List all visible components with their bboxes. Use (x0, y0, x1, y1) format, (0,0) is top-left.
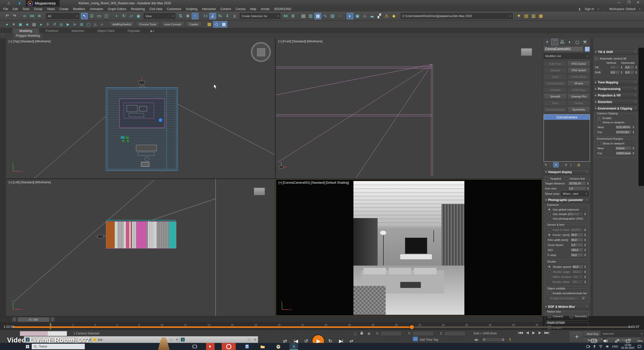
next-frame-button[interactable]: › (50, 317, 55, 322)
menu-item[interactable]: Edit (10, 7, 20, 11)
shutter-angle-radio[interactable] (548, 270, 551, 273)
env-near-field[interactable]: 0,0mm (615, 146, 632, 150)
viewport-front-label[interactable]: [+] [Front] [Standard] [Wireframe] (278, 40, 323, 43)
layer-manager-icon[interactable]: ▤ (300, 13, 307, 19)
shift-horizontal-field[interactable]: 0,0 (624, 70, 634, 74)
modifier-button[interactable]: XForm (568, 80, 590, 86)
start-button[interactable] (23, 343, 32, 350)
menu-item[interactable]: File (1, 7, 10, 11)
modifier-stack[interactable]: CoronaCamera (544, 114, 590, 162)
mb-geometry-checkbox[interactable] (570, 315, 573, 318)
key-selection-dropdown[interactable]: Selected▾ (601, 331, 644, 336)
menu-item[interactable]: 3DGROUND (272, 7, 294, 11)
enable-include-exclude-checkbox[interactable] (548, 291, 551, 295)
placement-icon[interactable]: ◉ (135, 13, 142, 19)
modifier-list-dropdown[interactable]: Modifier List▾ (544, 53, 590, 59)
bulb-outline-icon[interactable]: ○ (99, 21, 105, 27)
object-name-field[interactable]: CoronaCamera001 (544, 46, 583, 52)
objects-excluded-button[interactable]: 0 objects excluded... (548, 296, 580, 301)
previous-frame-button[interactable]: ‹ (12, 317, 17, 322)
time-slider-handle[interactable]: 0 / 100 (17, 317, 50, 322)
manage-links-icon[interactable]: ▥ (530, 13, 537, 19)
play-animation-icon[interactable]: ▶ (531, 331, 537, 335)
menu-item[interactable]: Corona (233, 7, 248, 11)
home-icon[interactable]: ⌂ (8, 1, 10, 5)
hierarchy-tab-icon[interactable]: 品 (559, 39, 566, 45)
previous-key-icon[interactable]: ◀| (525, 331, 531, 334)
collapsed-rollout[interactable]: ▸Distortion⠿ (593, 99, 638, 105)
select-link-icon[interactable]: ∞ (21, 13, 28, 19)
taskbar-clock[interactable]: 14:5002.06.2024 (621, 344, 634, 349)
popout-icon[interactable] (626, 339, 631, 343)
minimize-icon[interactable]: □ (248, 338, 250, 341)
modifier-button[interactable]: Slice (544, 100, 567, 106)
go-to-end-icon[interactable]: ▶▶| (543, 331, 551, 334)
wifi-icon[interactable] (599, 345, 603, 348)
viewport-camera-label[interactable]: [+] [CoronaCamera001] [Standard] [Defaul… (278, 181, 349, 184)
task-view-button[interactable] (190, 343, 199, 350)
spinner-snap-icon[interactable]: ⇕ (224, 13, 231, 19)
menu-item[interactable]: Animation (88, 7, 105, 11)
collapsed-rollout[interactable]: ▸Tone Mapping⠿ (593, 80, 638, 85)
display-tab-icon[interactable]: ▢ (574, 39, 581, 45)
render-setup-icon[interactable]: ▣ (354, 13, 361, 19)
rollout-environment-clipping[interactable]: ▾Environment & Clipping⠿ (593, 106, 638, 111)
viewcube[interactable] (521, 48, 532, 56)
panel-scrollbar[interactable] (591, 38, 593, 316)
named-selection-set-dropdown[interactable]: Create Selection Se▾ (240, 13, 280, 19)
screen-recorder-icon[interactable] (206, 343, 215, 350)
grid-tool-icon[interactable]: ▦ (220, 21, 227, 28)
data-exchange-icon[interactable]: ▦ (537, 13, 544, 19)
zoom-factor-field[interactable]: 1,0 (570, 243, 583, 247)
ribbon-grip[interactable]: ⠿⠿ (1, 33, 5, 36)
calculator-icon[interactable] (243, 343, 251, 350)
3dsmax-taskbar-icon[interactable]: 3 (290, 343, 298, 350)
menu-item[interactable]: Customize (165, 7, 184, 11)
toolbar-text-button[interactable]: rona Convert (161, 21, 184, 27)
menu-item[interactable]: Content (218, 7, 233, 11)
shutter-speed-field[interactable]: 50,0 (572, 265, 583, 269)
auto-vertical-tilt-checkbox[interactable]: ✓ (595, 57, 598, 60)
sign-in-button[interactable]: Sign In (585, 7, 594, 11)
corona-camera-icon[interactable]: ▣ (17, 21, 24, 27)
close-button[interactable]: ✕ (637, 1, 639, 4)
go-to-start-icon[interactable]: |◀◀ (516, 331, 525, 334)
menu-item[interactable]: Create (57, 7, 71, 11)
icon-size-field[interactable]: 1,0 (568, 186, 586, 190)
angle-snap-icon[interactable]: ∠ (209, 13, 216, 19)
select-manipulate-icon[interactable]: ⊕ (184, 13, 191, 19)
current-frame-field[interactable]: 0 (482, 337, 505, 342)
shift-vertical-field[interactable]: 0,0 (610, 70, 620, 74)
menu-item[interactable]: Tools (20, 7, 32, 11)
file-explorer-icon[interactable] (258, 343, 267, 350)
modifier-button[interactable]: Sweep (568, 100, 590, 106)
use-photographic-iso-radio[interactable] (548, 217, 551, 220)
clip-far-field[interactable]: 13720,001 (615, 130, 632, 134)
select-by-name-icon[interactable]: ☰ (88, 13, 95, 19)
chrome-icon[interactable] (274, 343, 283, 350)
modifier-button[interactable]: FFD 2x2x2 (568, 61, 590, 67)
fov-radio[interactable] (548, 228, 551, 231)
target-distance-field[interactable]: 15739,14 (568, 181, 586, 185)
use-global-exposure-radio[interactable] (548, 208, 551, 211)
shutter-speed-radio[interactable] (548, 265, 551, 268)
asset-tracking-icon[interactable]: ▼ (515, 13, 522, 19)
language-indicator[interactable]: ENG (612, 345, 618, 348)
converter-icon[interactable]: ↺ (51, 21, 58, 27)
frame-step-arrows[interactable]: ◀▶ (474, 338, 478, 341)
ghosting-icon[interactable]: ⁘ (336, 13, 343, 19)
targeted-checkbox[interactable] (545, 177, 548, 180)
notification-icon[interactable] (637, 345, 641, 348)
tab-populate[interactable]: Populate (121, 29, 146, 33)
snap-25-icon[interactable]: 2.5 (202, 13, 209, 19)
taskbar-search[interactable]: Поиск (32, 344, 85, 349)
modifier-button[interactable]: Symmetry (568, 107, 590, 112)
modify-tab-icon[interactable]: ⌒ (551, 39, 558, 45)
clip-near-field[interactable]: 1122,497m (615, 125, 632, 129)
use-simple-ev-radio[interactable] (548, 212, 551, 216)
window-icon[interactable]: ▢ (85, 21, 92, 27)
minimize-button[interactable]: — (617, 1, 621, 4)
selection-filter-dropdown[interactable]: All▾ (46, 13, 79, 19)
rollout-viewport-display[interactable]: ▾Viewport display⠿ (544, 169, 590, 175)
viewport-left[interactable]: [+] [Left] [Standard] [Wireframe] (6, 179, 275, 316)
